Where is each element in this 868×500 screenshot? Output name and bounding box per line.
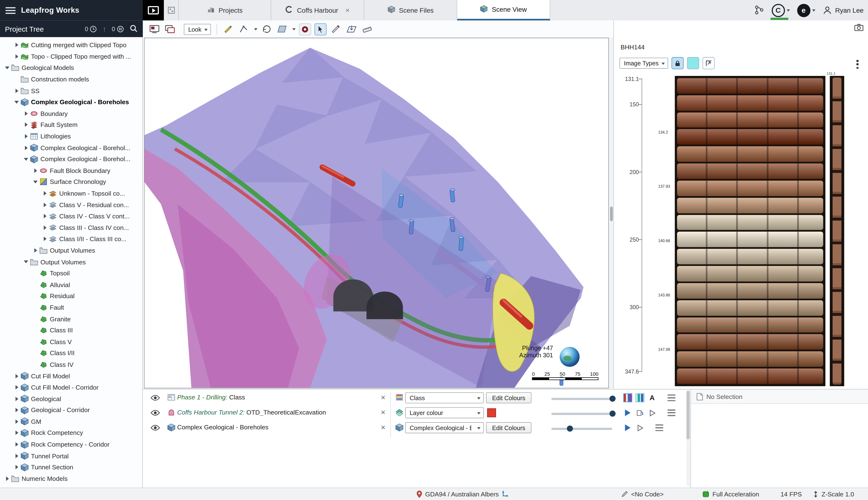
visibility-eye-icon[interactable] [151, 409, 160, 417]
tree-item-residual[interactable]: Residual [0, 291, 142, 302]
tree-item-gm[interactable]: GM [0, 416, 142, 428]
select-tool-icon[interactable] [314, 23, 327, 35]
tree-item-class-iii-class-iv-con[interactable]: Class III - Class IV con... [0, 222, 142, 234]
draw-polyline-icon[interactable] [238, 23, 250, 35]
tab-coffs-harbour[interactable]: Coffs Harbour× [271, 0, 364, 21]
tab-scene-view[interactable]: Scene View [457, 0, 550, 21]
expander-collapsed-icon[interactable] [13, 385, 20, 390]
play-outline-icon[interactable] [635, 423, 644, 432]
slicer-options-caret[interactable] [292, 28, 295, 30]
tree-item-cut-fill-model[interactable]: Cut Fill Model [0, 370, 142, 382]
tree-item-complex-geological-boreholes[interactable]: Complex Geological - Boreholes [0, 96, 142, 108]
tree-item-class-iv-class-v-cont[interactable]: Class IV - Class V cont... [0, 211, 142, 222]
draw-slicer-icon[interactable] [223, 23, 235, 35]
tab-projects[interactable]: Projects [178, 0, 271, 21]
tree-item-alluvial[interactable]: Alluvial [0, 279, 142, 291]
colouring-dropdown[interactable]: Complex Geological - B... [405, 422, 484, 433]
expander-collapsed-icon[interactable] [13, 465, 20, 469]
edit-colours-button[interactable]: Edit Colours [486, 422, 532, 433]
tree-item-tunnel-portal[interactable]: Tunnel Portal [0, 450, 142, 462]
expander-collapsed-icon[interactable] [13, 442, 20, 447]
tree-item-geological-corridor[interactable]: Geological - Corridor [0, 405, 142, 416]
colormap-interval-icon[interactable] [623, 394, 632, 402]
tab-close-icon[interactable]: × [345, 6, 350, 14]
colour-swatch[interactable] [487, 408, 496, 417]
expander-collapsed-icon[interactable] [22, 123, 30, 127]
colouring-dropdown[interactable]: Layer colour [405, 407, 484, 418]
visibility-eye-icon[interactable] [151, 394, 160, 402]
expander-collapsed-icon[interactable] [3, 477, 11, 481]
play-outline-icon[interactable] [648, 408, 657, 417]
code-indicator[interactable]: <No Code> [621, 490, 664, 498]
save-scene-icon[interactable] [148, 23, 161, 35]
presentation-button[interactable] [143, 0, 164, 21]
scene-3d-viewport[interactable]: Plunge +47 Azimuth 301 0255075100 [144, 37, 609, 388]
expander-collapsed-icon[interactable] [13, 397, 20, 401]
tree-item-complex-geological-borehol[interactable]: Complex Geological - Borehol... [0, 154, 142, 165]
crs-indicator[interactable]: GDA94 / Australian Albers [416, 490, 509, 498]
fit-view-button[interactable] [702, 57, 715, 69]
expander-collapsed-icon[interactable] [13, 454, 20, 458]
play-filled-icon[interactable] [623, 408, 632, 417]
tree-item-output-volumes[interactable]: Output Volumes [0, 245, 142, 256]
expander-collapsed-icon[interactable] [13, 88, 20, 93]
branch-icon[interactable] [754, 5, 764, 16]
remove-shape-icon[interactable]: × [379, 408, 388, 417]
search-icon[interactable] [129, 24, 138, 34]
expander-expanded-icon[interactable] [22, 261, 30, 263]
properties-list-icon[interactable] [667, 394, 676, 402]
tree-item-granite[interactable]: Granite [0, 313, 142, 325]
tree-item-unknown-topsoil-co[interactable]: Unknown - Topsoil co... [0, 188, 142, 199]
look-dropdown[interactable]: Look [184, 23, 211, 34]
tree-item-fault-system[interactable]: Fault System [0, 119, 142, 131]
properties-list-icon[interactable] [655, 423, 664, 432]
play-filled-icon[interactable] [623, 423, 632, 432]
opacity-slider[interactable] [551, 398, 612, 400]
tree-item-rock-competency-coridor[interactable]: Rock Competency - Coridor [0, 439, 142, 450]
camera-icon[interactable] [854, 24, 864, 32]
tree-item-fault[interactable]: Fault [0, 302, 142, 313]
interpolant-loop-icon[interactable] [260, 23, 273, 35]
tab-overview-icon[interactable] [164, 0, 178, 21]
tree-item-class-i-ii-class-iii-co[interactable]: Class I/II - Class III co... [0, 233, 142, 245]
tree-item-ss[interactable]: SS [0, 85, 142, 96]
expander-collapsed-icon[interactable] [41, 237, 49, 241]
colouring-dropdown[interactable]: Class [405, 392, 484, 403]
expander-collapsed-icon[interactable] [41, 203, 49, 207]
running-tasks[interactable]: 0 [112, 25, 124, 32]
orientation-globe[interactable] [560, 347, 579, 367]
expander-expanded-icon[interactable] [22, 158, 30, 161]
move-plane-icon[interactable] [345, 23, 357, 35]
expander-collapsed-icon[interactable] [13, 431, 20, 435]
colormap-bars-icon[interactable] [635, 394, 644, 402]
expander-collapsed-icon[interactable] [22, 111, 30, 116]
tree-item-cutting-merged-with-clipped-topo[interactable]: Cutting merged with Clipped Topo [0, 39, 142, 51]
tree-item-boundary[interactable]: Boundary [0, 108, 142, 119]
tree-item-class-i-ii[interactable]: Class I/II [0, 348, 142, 359]
opacity-slider[interactable] [551, 413, 612, 415]
tree-item-fault-block-boundary[interactable]: Fault Block Boundary [0, 165, 142, 176]
expander-collapsed-icon[interactable] [32, 248, 39, 253]
draw-options-caret[interactable] [254, 28, 257, 30]
tree-item-numeric-models[interactable]: Numeric Models [0, 473, 142, 485]
expander-collapsed-icon[interactable] [41, 214, 49, 219]
zscale-indicator[interactable]: Z-Scale 1.0 [813, 490, 854, 498]
edit-colours-button[interactable]: Edit Colours [486, 392, 532, 403]
expander-collapsed-icon[interactable] [13, 54, 20, 59]
expander-collapsed-icon[interactable] [22, 146, 30, 150]
expander-collapsed-icon[interactable] [32, 168, 39, 173]
user-menu[interactable]: Ryan Lee [822, 5, 864, 15]
copy-scene-icon[interactable] [164, 23, 176, 35]
seequent-account-menu[interactable]: e [797, 3, 815, 17]
expander-expanded-icon[interactable] [13, 101, 20, 104]
expander-expanded-icon[interactable] [3, 67, 11, 69]
ruler-icon[interactable] [361, 23, 373, 35]
properties-list-icon[interactable] [667, 408, 676, 417]
central-account-menu[interactable]: C [772, 3, 790, 17]
shape-list-scrollbar[interactable] [687, 390, 690, 486]
expander-collapsed-icon[interactable] [41, 191, 49, 196]
slicer-ring-icon[interactable] [299, 23, 311, 35]
tab-scene-files[interactable]: Scene Files [364, 0, 457, 21]
slicer-plane-icon[interactable] [276, 23, 288, 35]
expander-expanded-icon[interactable] [32, 181, 39, 183]
